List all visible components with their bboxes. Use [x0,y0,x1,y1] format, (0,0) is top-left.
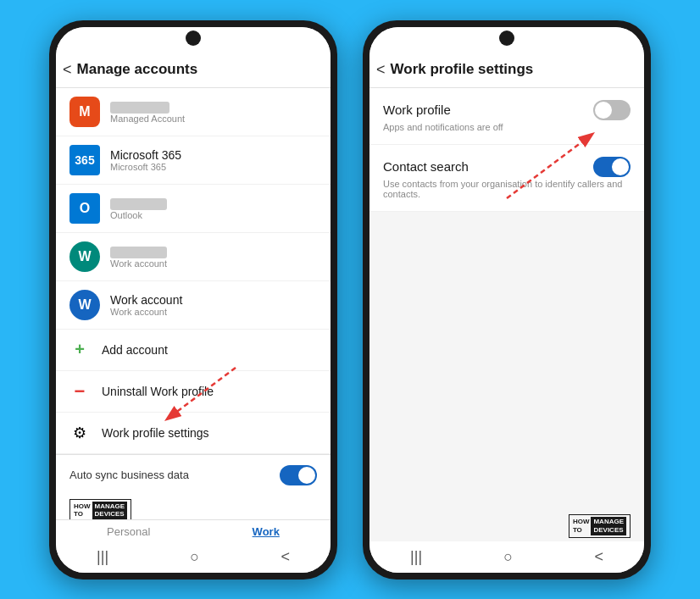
logo-how: HOWTO [74,502,91,519]
phone-notch [186,31,201,46]
add-account-item[interactable]: + Add account [56,330,331,371]
right-phone-screen: < Work profile settings Work profile App… [369,27,644,573]
manage-header: < Manage accounts [56,53,331,88]
contact-search-toggle[interactable] [593,157,631,177]
left-phone: < Manage accounts M Managed Acco [49,20,337,580]
account-info-managed: Managed Account [110,100,317,124]
account-sub-work: Work account [110,307,317,317]
bottom-nav-left: ||| ○ < [56,541,331,573]
bottom-tabs: Personal Work [56,519,331,541]
right-phone-container: < Work profile settings Work profile App… [363,20,651,580]
contact-search-setting-row: Contact search Use contacts from your or… [369,145,644,212]
right-phone-notch [499,31,514,46]
nav-back-left[interactable]: < [281,548,290,566]
nav-back-right[interactable]: < [594,548,603,566]
work-profile-setting-desc: Apps and notifications are off [383,122,631,132]
uninstall-work-item[interactable]: − Uninstall Work profile [56,371,331,413]
right-logo-how: HOWTO [573,518,590,534]
logo-manage: MANAGEDEVICES [92,502,128,519]
account-info-work: Work account Work account [110,293,317,317]
nav-home-right[interactable]: ○ [503,548,513,566]
account-icon-ms365: 365 [69,145,100,175]
wp-title: Work profile settings [391,61,534,78]
uninstall-label: Uninstall Work profile [102,385,214,398]
account-item-managed[interactable]: M Managed Account [56,88,331,136]
nav-home-left[interactable]: ○ [190,548,199,566]
add-account-label: Add account [102,343,168,357]
account-name-work-blurred [110,245,317,258]
settings-icon: ⚙ [69,423,90,443]
account-icon-work: W [69,290,100,320]
add-icon: + [69,340,90,360]
left-phone-container: < Manage accounts M Managed Acco [49,20,337,580]
logo-area: HOWTO MANAGEDEVICES [56,496,331,519]
account-item-work[interactable]: W Work account Work account [56,281,331,330]
contact-search-setting-desc: Use contacts from your organisation to i… [383,179,631,199]
account-info-work-blurred: Work account [110,245,317,269]
account-item-ms365[interactable]: 365 Microsoft 365 Microsoft 365 [56,136,331,185]
toggle-knob [298,467,315,484]
right-logo-area: HOWTO MANAGEDEVICES [369,511,644,541]
uninstall-icon: − [69,381,90,402]
account-name-ms365: Microsoft 365 [110,148,317,162]
account-icon-work-blurred: W [69,241,100,272]
auto-sync-row: Auto sync business data [56,454,331,496]
work-profile-toggle-knob [595,102,612,119]
account-info-ms365: Microsoft 365 Microsoft 365 [110,148,317,172]
right-phone: < Work profile settings Work profile App… [363,20,651,580]
account-sub-outlook: Outlook [110,210,317,220]
contact-search-toggle-knob [612,158,629,175]
account-name-work: Work account [110,293,317,307]
account-sub-managed: Managed Account [110,114,317,124]
account-item-outlook[interactable]: O Outlook [56,185,331,233]
tab-work[interactable]: Work [253,525,280,538]
account-name-managed [110,100,317,114]
back-arrow-icon[interactable]: < [63,61,72,79]
work-profile-setting-header: Work profile [383,100,631,120]
account-icon-managed: M [69,97,100,127]
wp-header: < Work profile settings [369,53,644,88]
account-item-work-blurred[interactable]: W Work account [56,233,331,281]
account-sub-work-blurred: Work account [110,258,317,269]
account-icon-outlook: O [69,193,100,224]
work-profile-setting-row: Work profile Apps and notifications are … [369,88,644,145]
account-info-outlook: Outlook [110,197,317,220]
auto-sync-toggle[interactable] [280,465,317,485]
auto-sync-label: Auto sync business data [69,469,189,481]
bottom-nav-right: ||| ○ < [369,541,644,573]
work-profile-toggle[interactable] [593,100,631,120]
left-phone-screen: < Manage accounts M Managed Acco [56,27,331,573]
contact-search-setting-name: Contact search [383,159,469,174]
tab-personal[interactable]: Personal [107,525,150,538]
wp-back-arrow-icon[interactable]: < [376,61,386,79]
contact-search-setting-header: Contact search [383,157,631,177]
account-sub-ms365: Microsoft 365 [110,162,317,172]
manage-accounts-title: Manage accounts [77,61,198,78]
accounts-list: M Managed Account 365 [56,88,331,519]
work-profile-setting-name: Work profile [383,103,451,117]
work-profile-settings-item[interactable]: ⚙ Work profile settings [56,413,331,454]
work-profile-settings-label: Work profile settings [102,426,209,440]
account-name-outlook [110,197,317,210]
right-spacer [369,212,644,512]
nav-recent-right[interactable]: ||| [410,548,422,566]
nav-recent-left[interactable]: ||| [97,548,108,566]
right-logo-manage: MANAGEDEVICES [591,517,626,535]
